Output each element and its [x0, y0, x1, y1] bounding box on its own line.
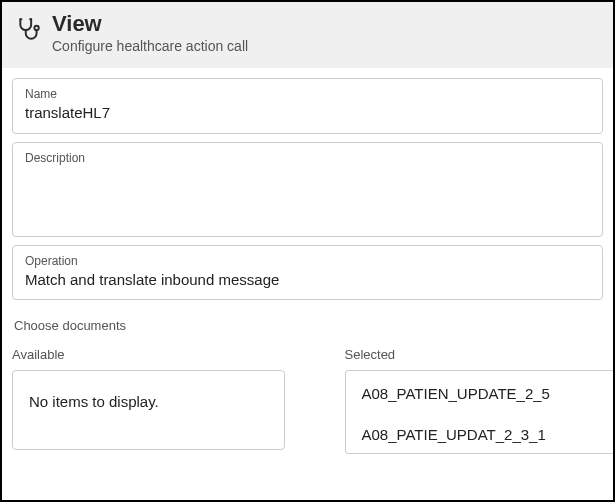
list-item[interactable]: A08_PATIE_UPDAT_2_3_1: [346, 412, 616, 453]
description-label: Description: [25, 151, 590, 165]
name-field[interactable]: Name translateHL7: [12, 78, 603, 134]
page-subtitle: Configure healthcare action call: [52, 38, 248, 54]
list-item[interactable]: A08_PATIEN_UPDATE_2_5: [346, 371, 616, 412]
selected-column: Selected A08_PATIEN_UPDATE_2_5 A08_PATIE…: [345, 347, 616, 454]
svg-point-0: [34, 26, 38, 30]
name-label: Name: [25, 87, 590, 101]
available-column: Available No items to display.: [12, 347, 285, 454]
operation-label: Operation: [25, 254, 590, 268]
choose-documents-label: Choose documents: [14, 318, 603, 333]
available-header: Available: [12, 347, 285, 362]
available-empty-message: No items to display.: [29, 391, 268, 410]
selected-list[interactable]: A08_PATIEN_UPDATE_2_5 A08_PATIE_UPDAT_2_…: [345, 370, 616, 454]
selected-header: Selected: [345, 347, 616, 362]
documents-columns: Available No items to display. Selected …: [12, 347, 603, 454]
name-value: translateHL7: [25, 103, 590, 123]
operation-value: Match and translate inbound message: [25, 270, 590, 290]
stethoscope-icon: [16, 16, 42, 46]
page-header: View Configure healthcare action call: [2, 2, 613, 68]
description-field[interactable]: Description: [12, 142, 603, 237]
page-title: View: [52, 12, 248, 36]
available-list[interactable]: No items to display.: [12, 370, 285, 450]
operation-field[interactable]: Operation Match and translate inbound me…: [12, 245, 603, 301]
